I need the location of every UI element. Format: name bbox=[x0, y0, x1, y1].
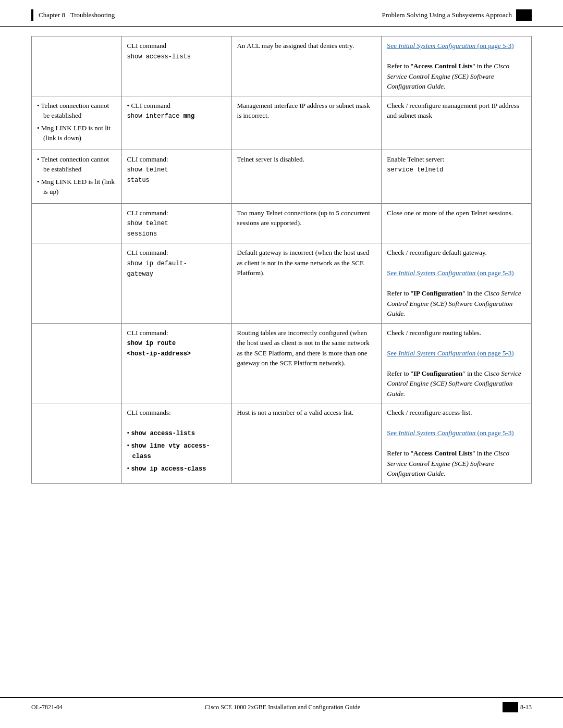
condition-text: Telnet server is disabled. bbox=[237, 155, 304, 163]
cli-bullet2: show line vty access-class bbox=[131, 442, 210, 460]
action-check: Check / reconfigure routing tables. bbox=[387, 329, 481, 337]
action-cell: Check / reconfigure routing tables. See … bbox=[382, 323, 532, 403]
cli-code: show ip default-gateway bbox=[127, 260, 187, 278]
bullet-symptom2: Mng LINK LED is not lit (link is down) bbox=[37, 123, 116, 143]
condition-text: Management interface IP address or subne… bbox=[237, 102, 370, 120]
condition-text: Routing tables are incorrectly configure… bbox=[237, 329, 370, 367]
action-check: Check / reconfigure default gateway. bbox=[387, 249, 487, 256]
condition-cell: Default gateway is incorrect (when the h… bbox=[231, 243, 382, 324]
table-row: Telnet connection cannot be established … bbox=[32, 96, 532, 150]
chapter-header: Chapter 8 Troubleshooting bbox=[31, 9, 115, 21]
action-text: Close one or more of the open Telnet ses… bbox=[387, 209, 513, 217]
diagnosis-cell: • CLI command show interface mng bbox=[121, 96, 231, 150]
symptom-cell bbox=[32, 323, 122, 403]
table-row: CLI command: show ip route<host-ip-addre… bbox=[32, 323, 532, 403]
action-text: Enable Telnet server: bbox=[387, 155, 444, 163]
cli-code: show telnetstatus bbox=[127, 166, 168, 184]
cli-label: • CLI command bbox=[127, 102, 170, 109]
symptom-cell bbox=[32, 36, 122, 96]
page-container: Chapter 8 Troubleshooting Problem Solvin… bbox=[0, 0, 563, 728]
action-cell: Check / reconfigure management port IP a… bbox=[382, 96, 532, 150]
diagnosis-cell: CLI command: show telnetstatus bbox=[121, 150, 231, 203]
action-link: See Initial System Configuration (on pag… bbox=[387, 42, 513, 50]
condition-cell: Management interface IP address or subne… bbox=[231, 96, 382, 150]
chapter-section: Troubleshooting bbox=[70, 11, 115, 19]
bullet-symptom2: Mng LINK LED is lit (link is up) bbox=[37, 177, 116, 197]
condition-cell: Too many Telnet connections (up to 5 con… bbox=[231, 203, 382, 243]
action-link: See Initial System Configuration (on pag… bbox=[387, 349, 513, 357]
diagnosis-cell: CLI command: show ip default-gateway bbox=[121, 243, 231, 324]
action-refer: Refer to "IP Configuration" in the Cisco… bbox=[387, 289, 521, 317]
table-row: CLI commands: • show access-lists • show… bbox=[32, 403, 532, 484]
condition-cell: Host is not a member of a valid access-l… bbox=[231, 403, 382, 484]
footer-page-number: 8-13 bbox=[520, 704, 532, 711]
action-refer: Refer to "Access Control Lists" in the C… bbox=[387, 449, 509, 477]
action-cell: See Initial System Configuration (on pag… bbox=[382, 36, 532, 96]
symptom-cell bbox=[32, 403, 122, 484]
cli-label: CLI command: bbox=[127, 155, 168, 163]
header-right: Problem Solving Using a Subsystems Appro… bbox=[382, 9, 532, 21]
condition-cell: Routing tables are incorrectly configure… bbox=[231, 323, 382, 403]
chapter-bar-decoration bbox=[31, 9, 33, 21]
main-content: CLI command show access-lists An ACL may… bbox=[0, 36, 563, 484]
cli-code-bold: show ip route<host-ip-address> bbox=[127, 340, 191, 357]
cli-bullet3: show ip access-class bbox=[131, 465, 206, 473]
cli-code: show access-lists bbox=[127, 53, 191, 60]
chapter-label: Chapter 8 bbox=[39, 11, 65, 19]
cli-label: CLI command: bbox=[127, 329, 168, 337]
cli-code: show interface mng bbox=[127, 113, 195, 120]
action-link: See Initial System Configuration (on pag… bbox=[387, 269, 513, 277]
action-cell: Check / reconfigure default gateway. See… bbox=[382, 243, 532, 324]
action-check: Check / reconfigure access-list. bbox=[387, 409, 472, 416]
symptom-cell bbox=[32, 243, 122, 324]
footer-doc-number: OL-7821-04 bbox=[31, 704, 63, 711]
footer-title: Cisco SCE 1000 2xGBE Installation and Co… bbox=[63, 704, 503, 711]
condition-cell: An ACL may be assigned that denies entry… bbox=[231, 36, 382, 96]
table-row: CLI command: show ip default-gateway Def… bbox=[32, 243, 532, 324]
action-cell: Check / reconfigure access-list. See Ini… bbox=[382, 403, 532, 484]
diagnosis-cell: CLI commands: • show access-lists • show… bbox=[121, 403, 231, 484]
condition-text: Too many Telnet connections (up to 5 con… bbox=[237, 209, 370, 227]
header-right-text: Problem Solving Using a Subsystems Appro… bbox=[382, 11, 512, 19]
header-right-bar bbox=[516, 9, 532, 21]
condition-text: An ACL may be assigned that denies entry… bbox=[237, 42, 354, 50]
footer-page: 8-13 bbox=[503, 702, 532, 712]
symptom-cell bbox=[32, 203, 122, 243]
troubleshooting-table: CLI command show access-lists An ACL may… bbox=[31, 36, 532, 484]
page-header: Chapter 8 Troubleshooting Problem Solvin… bbox=[0, 0, 563, 27]
symptom-cell: Telnet connection cannot be established … bbox=[32, 150, 122, 203]
condition-text: Default gateway is incorrect (when the h… bbox=[237, 249, 370, 277]
condition-text: Host is not a member of a valid access-l… bbox=[237, 409, 353, 416]
cli-label: CLI command bbox=[127, 42, 166, 50]
condition-cell: Telnet server is disabled. bbox=[231, 150, 382, 203]
footer-bar-decoration bbox=[503, 702, 518, 712]
bullet-symptom: Telnet connection cannot be established bbox=[37, 154, 116, 175]
table-row: CLI command show access-lists An ACL may… bbox=[32, 36, 532, 96]
diagnosis-cell: CLI command show access-lists bbox=[121, 36, 231, 96]
action-cell: Enable Telnet server: service telnetd bbox=[382, 150, 532, 203]
cli-label: CLI command: bbox=[127, 209, 168, 217]
bullet-symptom: Telnet connection cannot be established bbox=[37, 101, 116, 121]
page-footer: OL-7821-04 Cisco SCE 1000 2xGBE Installa… bbox=[0, 697, 563, 712]
action-refer1: Refer to "Access Control Lists" in the C… bbox=[387, 62, 509, 90]
diagnosis-cell: CLI command: show telnetsessions bbox=[121, 203, 231, 243]
diagnosis-cell: CLI command: show ip route<host-ip-addre… bbox=[121, 323, 231, 403]
action-cell: Close one or more of the open Telnet ses… bbox=[382, 203, 532, 243]
action-text: Check / reconfigure management port IP a… bbox=[387, 102, 519, 120]
action-refer: Refer to "IP Configuration" in the Cisco… bbox=[387, 369, 521, 398]
action-code: service telnetd bbox=[387, 166, 443, 174]
symptom-cell: Telnet connection cannot be established … bbox=[32, 96, 122, 150]
cli-label: CLI commands: bbox=[127, 409, 171, 416]
cli-label: CLI command: bbox=[127, 249, 168, 256]
table-row: Telnet connection cannot be established … bbox=[32, 150, 532, 203]
action-link: See Initial System Configuration (on pag… bbox=[387, 429, 513, 437]
cli-code: show telnetsessions bbox=[127, 220, 168, 238]
cli-bullet1: show access-lists bbox=[131, 430, 194, 437]
table-row: CLI command: show telnetsessions Too man… bbox=[32, 203, 532, 243]
